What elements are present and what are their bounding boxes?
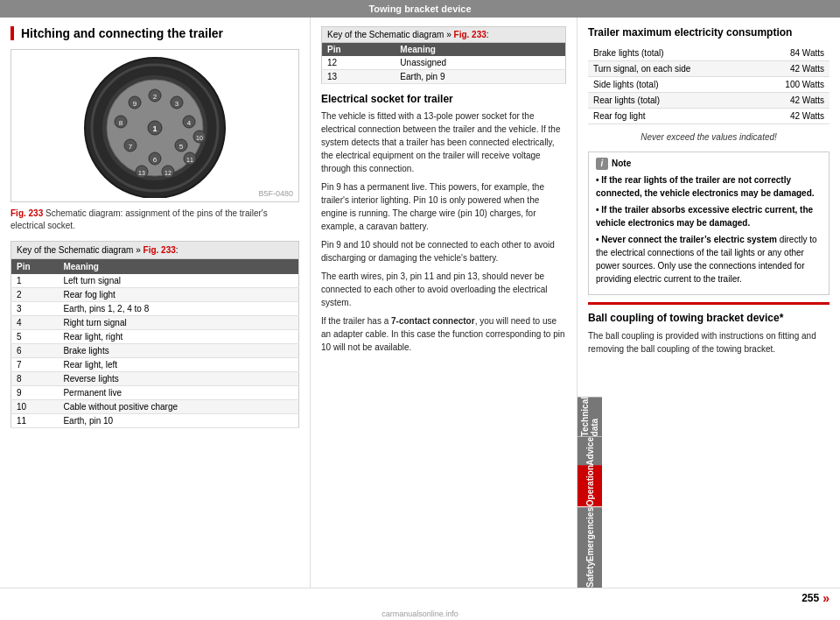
fig-ref: Fig. 233 [10, 208, 43, 218]
meaning-cell: Right turn signal [58, 316, 298, 330]
pin-table-left: Pin Meaning 1Left turn signal2Rear fog l… [10, 258, 299, 428]
meaning-cell: Rear light, right [58, 330, 298, 344]
pin-col-header: Pin [11, 259, 59, 275]
svg-text:12: 12 [164, 170, 172, 176]
meaning-cell: Rear light, left [58, 358, 298, 372]
meaning-cell: Earth, pin 9 [395, 70, 565, 84]
table-row: 13Earth, pin 9 [322, 70, 566, 84]
note-bullets: • If the rear lights of the trailer are … [596, 173, 822, 285]
table-row: 9Permanent live [11, 386, 299, 400]
svg-text:6: 6 [153, 156, 158, 164]
table-row: 6Brake lights [11, 344, 299, 358]
elec-item: Rear fog light [588, 109, 753, 124]
elec-item: Turn signal, on each side [588, 61, 753, 77]
pin-cell: 13 [322, 70, 396, 84]
exceed-note: Never exceed the values indicated! [588, 130, 830, 144]
elec-value: 84 Watts [753, 46, 830, 61]
table-row: Rear fog light42 Watts [588, 109, 830, 124]
table-row: 12Unassigned [322, 56, 566, 70]
svg-text:1: 1 [152, 124, 157, 133]
table-row: 5Rear light, right [11, 330, 299, 344]
meaning-cell: Rear fog light [58, 288, 298, 302]
pin-cell: 3 [11, 302, 59, 316]
table-row: Turn signal, on each side42 Watts [588, 61, 830, 77]
table-row: 11Earth, pin 10 [11, 414, 299, 428]
table-row: 4Right turn signal [11, 316, 299, 330]
chevron-right: » [822, 591, 830, 605]
banner-title: Towing bracket device [368, 4, 471, 14]
section-title: Hitching and connecting the trailer [10, 26, 299, 40]
middle-column: Key of the Schematic diagram » Fig. 233:… [311, 18, 578, 588]
body-paragraph: The earth wires, pin 3, pin 11 and pin 1… [321, 270, 566, 309]
pin-cell: 8 [11, 372, 59, 386]
connector-svg: 1 2 3 4 5 6 [80, 53, 229, 198]
meaning-cell: Unassigned [395, 56, 565, 70]
key-table-title-middle: Key of the Schematic diagram » Fig. 233: [321, 26, 566, 42]
elec-value: 42 Watts [753, 93, 830, 109]
table-row: 2Rear fog light [11, 288, 299, 302]
connector-diagram: 1 2 3 4 5 6 [10, 49, 299, 202]
electricity-title: Trailer maximum electricity consumption [588, 26, 830, 39]
page-container: Towing bracket device Hitching and conne… [0, 0, 840, 620]
note-title: Note [596, 158, 822, 170]
pin-cell: 4 [11, 316, 59, 330]
meaning-cell: Left turn signal [58, 274, 298, 288]
svg-text:3: 3 [175, 100, 179, 108]
diagram-watermark: B5F-0480 [258, 189, 293, 198]
middle-paragraphs: The vehicle is fitted with a 13-pole pow… [321, 109, 566, 354]
sidebar-tab-emergencies[interactable]: Emergencies [578, 507, 602, 561]
table-row: 10Cable without positive charge [11, 400, 299, 414]
page-number: 255 [802, 592, 819, 604]
table-row: 1Left turn signal [11, 274, 299, 288]
body-paragraph: If the trailer has a 7-contact connector… [321, 314, 566, 354]
pin-col-sm: Pin [322, 43, 396, 57]
fig-caption-text: Schematic diagram: assignment of the pin… [10, 208, 268, 230]
pin-cell: 10 [11, 400, 59, 414]
sidebar-tab-advice[interactable]: Advice [578, 437, 602, 466]
top-banner: Towing bracket device [0, 0, 840, 18]
pin-cell: 1 [11, 274, 59, 288]
right-column: Trailer maximum electricity consumption … [578, 18, 840, 588]
elec-item: Brake lights (total) [588, 46, 753, 61]
svg-text:8: 8 [119, 119, 123, 127]
sidebar-tab-safety[interactable]: Safety [578, 561, 602, 588]
table-row: 3Earth, pins 1, 2, 4 to 8 [11, 302, 299, 316]
pin-cell: 6 [11, 344, 59, 358]
svg-text:10: 10 [196, 135, 203, 141]
elec-value: 42 Watts [753, 61, 830, 77]
table-row: Rear lights (total)42 Watts [588, 93, 830, 109]
note-bullet: • Never connect the trailer’s electric s… [596, 233, 822, 285]
right-sidebar: Technical data Advice Operation Emergenc… [578, 397, 602, 588]
svg-text:11: 11 [186, 157, 193, 163]
table-row: 8Reverse lights [11, 372, 299, 386]
meaning-cell: Brake lights [58, 344, 298, 358]
pin-cell: 5 [11, 330, 59, 344]
pin-cell: 12 [322, 56, 396, 70]
svg-text:7: 7 [129, 143, 133, 151]
elec-item: Rear lights (total) [588, 93, 753, 109]
note-bullet: • If the rear lights of the trailer are … [596, 173, 822, 200]
meaning-cell: Permanent live [58, 386, 298, 400]
elec-value: 100 Watts [753, 77, 830, 93]
table-row: 7Rear light, left [11, 358, 299, 372]
table-row: Side lights (total)100 Watts [588, 77, 830, 93]
pin-table-middle: Pin Meaning 12Unassigned13Earth, pin 9 [321, 42, 566, 84]
meaning-cell: Earth, pin 10 [58, 414, 298, 428]
note-box: Note • If the rear lights of the trailer… [588, 151, 830, 295]
sidebar-tab-operation[interactable]: Operation [578, 465, 602, 506]
electricity-table: Brake lights (total)84 WattsTurn signal,… [588, 46, 830, 124]
electrical-socket-heading: Electrical socket for trailer [321, 93, 566, 105]
meaning-cell: Reverse lights [58, 372, 298, 386]
pin-cell: 9 [11, 386, 59, 400]
body-paragraph: Pin 9 and 10 should not be connected to … [321, 238, 566, 264]
fig-caption: Fig. 233 Schematic diagram: assignment o… [10, 208, 299, 232]
body-paragraph: The vehicle is fitted with a 13-pole pow… [321, 109, 566, 175]
svg-text:13: 13 [138, 170, 145, 176]
svg-text:4: 4 [187, 119, 192, 127]
table-row: Brake lights (total)84 Watts [588, 46, 830, 61]
elec-value: 42 Watts [753, 109, 830, 124]
sidebar-tab-technical[interactable]: Technical data [578, 397, 602, 436]
key-table-title-left: Key of the Schematic diagram » Fig. 233: [10, 241, 299, 258]
meaning-cell: Cable without positive charge [58, 400, 298, 414]
fig-ref-table: Fig. 233 [144, 245, 176, 255]
